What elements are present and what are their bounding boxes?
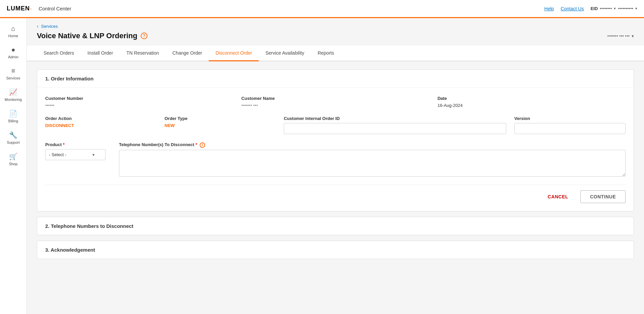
customer-internal-order-id-input[interactable]	[284, 123, 506, 134]
sidebar-item-shop[interactable]: 🛒 Shop	[1, 149, 25, 169]
tabs-bar: Search Orders Install Order TN Reservati…	[27, 46, 644, 61]
eid-label: EID	[590, 6, 598, 11]
logo: LUMEN·	[7, 5, 32, 12]
order-action-label: Order Action	[45, 116, 156, 121]
page-header: Voice Native & LNP Ordering ? ••••••• ••…	[37, 32, 634, 40]
section-telephone-numbers: 2. Telephone Numbers to Disconnect	[37, 217, 634, 235]
cancel-button[interactable]: CANCEL	[541, 190, 575, 203]
eid-section: EID •••••••• ▾ •••••••••• ▾	[590, 6, 637, 11]
date-label: Date	[438, 96, 626, 101]
field-order-action: Order Action DISCONNECT	[45, 116, 156, 134]
telephone-required-indicator: *	[196, 142, 197, 147]
field-customer-number: Customer Number ••••••	[45, 96, 233, 108]
product-select-arrow: ▾	[92, 152, 94, 157]
product-select[interactable]: - Select - ▾	[45, 149, 106, 160]
sidebar-label-support: Support	[7, 140, 20, 144]
version-label: Version	[514, 116, 626, 121]
services-icon: ≡	[11, 67, 15, 75]
top-nav-right: Help Contact Us EID •••••••• ▾ •••••••••…	[544, 6, 637, 11]
telephone-info-icon[interactable]: i	[200, 142, 205, 148]
version-input[interactable]	[514, 123, 626, 134]
sidebar-item-admin[interactable]: ● Admin	[1, 43, 25, 62]
sidebar-item-monitoring[interactable]: 📈 Monitoring	[1, 85, 25, 105]
sidebar-item-home[interactable]: ⌂ Home	[1, 21, 25, 41]
order-type-value: NEW	[165, 123, 276, 128]
customer-number-value: ••••••	[45, 103, 233, 108]
field-date: Date 16-Aug-2024	[438, 96, 626, 108]
customer-internal-order-id-label: Customer Internal Order ID	[284, 116, 506, 121]
telephone-numbers-label: Telephone Number(s) To Disconnect * i	[119, 142, 626, 148]
top-navigation: LUMEN· Control Center Help Contact Us EI…	[0, 0, 644, 18]
sidebar-label-services: Services	[6, 76, 20, 80]
section-order-info: 1. Order Information Customer Number •••…	[37, 69, 634, 211]
sidebar-item-support[interactable]: 🔧 Support	[1, 128, 25, 148]
section-acknowledgement: 3. Acknowledgement	[37, 241, 634, 259]
logo-text: LUMEN	[7, 5, 30, 12]
sidebar-label-home: Home	[8, 34, 18, 38]
eid-value: ••••••••	[600, 6, 612, 11]
sidebar-label-monitoring: Monitoring	[5, 98, 22, 102]
tab-reports[interactable]: Reports	[311, 46, 341, 61]
sidebar-item-services[interactable]: ≡ Services	[1, 64, 25, 83]
support-icon: 🔧	[9, 131, 17, 139]
contact-us-link[interactable]: Contact Us	[561, 6, 584, 11]
account-value: ••••••••••	[618, 6, 633, 11]
tab-disconnect-order[interactable]: Disconnect Order	[209, 46, 259, 61]
account-selector-arrow: ▾	[632, 34, 634, 39]
admin-icon: ●	[11, 46, 15, 54]
page-help-icon[interactable]: ?	[141, 33, 147, 39]
action-buttons-row: CANCEL CONTINUE	[45, 185, 626, 203]
form-row-3: Product * - Select - ▾ Telephone Number(…	[45, 142, 626, 177]
sidebar-item-billing[interactable]: 📄 Billing	[1, 106, 25, 126]
field-order-type: Order Type NEW	[165, 116, 276, 134]
section-acknowledgement-header[interactable]: 3. Acknowledgement	[37, 241, 634, 259]
continue-button[interactable]: CONTINUE	[580, 190, 626, 203]
account-selector-value: ••••••• ••• •••	[607, 34, 630, 39]
section-order-info-header[interactable]: 1. Order Information	[37, 70, 634, 87]
section-order-info-content: Customer Number •••••• Customer Name •••…	[37, 87, 634, 211]
page-title: Voice Native & LNP Ordering ?	[37, 32, 147, 40]
billing-icon: 📄	[9, 110, 17, 118]
sidebar-label-shop: Shop	[9, 162, 18, 166]
shop-icon: 🛒	[9, 152, 17, 161]
form-row-1: Customer Number •••••• Customer Name •••…	[45, 96, 626, 108]
tab-install-order[interactable]: Install Order	[81, 46, 120, 61]
main-layout: ⌂ Home ● Admin ≡ Services 📈 Monitoring 📄…	[0, 18, 644, 314]
sidebar-label-admin: Admin	[8, 55, 18, 59]
field-customer-internal-order-id: Customer Internal Order ID	[284, 116, 506, 134]
order-type-label: Order Type	[165, 116, 276, 121]
date-value: 16-Aug-2024	[438, 103, 626, 108]
field-customer-name: Customer Name ••••••• •••	[241, 96, 429, 108]
product-required-indicator: *	[63, 142, 65, 147]
sidebar: ⌂ Home ● Admin ≡ Services 📈 Monitoring 📄…	[0, 18, 27, 314]
eid-dropdown-arrow[interactable]: ▾	[614, 6, 616, 11]
monitoring-icon: 📈	[9, 88, 17, 96]
form-row-2: Order Action DISCONNECT Order Type NEW C…	[45, 116, 626, 134]
main-content: ‹ Services Voice Native & LNP Ordering ?…	[27, 18, 644, 314]
account-selector[interactable]: ••••••• ••• ••• ▾	[607, 34, 634, 39]
account-dropdown-arrow[interactable]: ▾	[635, 6, 637, 11]
product-label: Product *	[45, 142, 106, 147]
customer-name-value: ••••••• •••	[241, 103, 429, 108]
breadcrumb-arrow: ‹	[37, 23, 39, 29]
sidebar-label-billing: Billing	[8, 119, 18, 123]
tab-search-orders[interactable]: Search Orders	[37, 46, 81, 61]
field-version: Version	[514, 116, 626, 134]
order-action-value: DISCONNECT	[45, 123, 156, 128]
section-telephone-numbers-header[interactable]: 2. Telephone Numbers to Disconnect	[37, 217, 634, 235]
field-telephone-numbers: Telephone Number(s) To Disconnect * i	[119, 142, 626, 177]
home-icon: ⌂	[11, 25, 15, 33]
app-title: Control Center	[39, 6, 71, 11]
help-link[interactable]: Help	[544, 6, 554, 11]
tab-service-availability[interactable]: Service Availability	[259, 46, 311, 61]
field-product: Product * - Select - ▾	[45, 142, 106, 160]
breadcrumb-services-link[interactable]: Services	[41, 24, 58, 29]
customer-number-label: Customer Number	[45, 96, 233, 101]
telephone-numbers-textarea[interactable]	[119, 150, 626, 177]
tab-change-order[interactable]: Change Order	[166, 46, 209, 61]
tab-tn-reservation[interactable]: TN Reservation	[120, 46, 166, 61]
customer-name-label: Customer Name	[241, 96, 429, 101]
breadcrumb: ‹ Services	[37, 23, 634, 29]
